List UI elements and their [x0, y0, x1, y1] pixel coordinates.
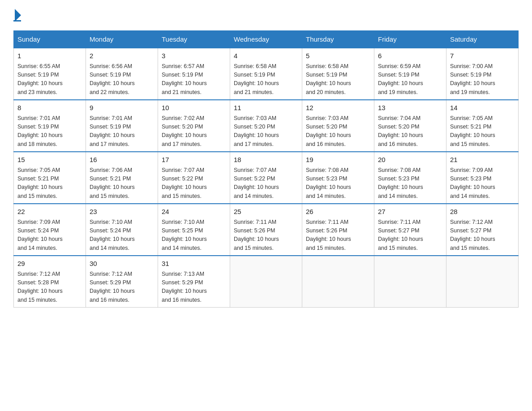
day-info: Sunrise: 7:11 AMSunset: 5:27 PMDaylight:… — [378, 218, 442, 253]
day-number: 21 — [450, 155, 515, 165]
calendar-cell: 4Sunrise: 6:58 AMSunset: 5:19 PMDaylight… — [230, 48, 302, 100]
col-header-sunday: Sunday — [14, 31, 86, 48]
calendar-cell — [374, 256, 446, 308]
day-number: 6 — [378, 51, 442, 61]
day-info: Sunrise: 7:03 AMSunset: 5:20 PMDaylight:… — [234, 114, 298, 149]
day-info: Sunrise: 6:57 AMSunset: 5:19 PMDaylight:… — [162, 62, 226, 97]
day-number: 18 — [234, 155, 298, 165]
calendar-week-row: 15Sunrise: 7:05 AMSunset: 5:21 PMDayligh… — [14, 152, 519, 204]
calendar-cell: 14Sunrise: 7:05 AMSunset: 5:21 PMDayligh… — [446, 100, 519, 152]
day-info: Sunrise: 7:08 AMSunset: 5:23 PMDaylight:… — [306, 166, 370, 201]
logo-underline — [13, 20, 21, 21]
day-info: Sunrise: 7:05 AMSunset: 5:21 PMDaylight:… — [450, 114, 515, 149]
day-number: 11 — [234, 103, 298, 113]
calendar-cell: 10Sunrise: 7:02 AMSunset: 5:20 PMDayligh… — [158, 100, 230, 152]
calendar-week-row: 29Sunrise: 7:12 AMSunset: 5:28 PMDayligh… — [14, 256, 519, 308]
calendar-cell: 7Sunrise: 7:00 AMSunset: 5:19 PMDaylight… — [446, 48, 519, 100]
day-info: Sunrise: 7:06 AMSunset: 5:21 PMDaylight:… — [90, 166, 154, 201]
day-info: Sunrise: 6:56 AMSunset: 5:19 PMDaylight:… — [90, 62, 154, 97]
day-info: Sunrise: 7:08 AMSunset: 5:23 PMDaylight:… — [378, 166, 442, 201]
day-info: Sunrise: 7:13 AMSunset: 5:29 PMDaylight:… — [162, 270, 226, 305]
day-info: Sunrise: 7:11 AMSunset: 5:26 PMDaylight:… — [234, 218, 298, 253]
calendar-cell: 6Sunrise: 6:59 AMSunset: 5:19 PMDaylight… — [374, 48, 446, 100]
calendar-cell: 30Sunrise: 7:12 AMSunset: 5:29 PMDayligh… — [86, 256, 158, 308]
calendar-cell — [302, 256, 374, 308]
day-number: 10 — [162, 103, 226, 113]
calendar-cell: 2Sunrise: 6:56 AMSunset: 5:19 PMDaylight… — [86, 48, 158, 100]
calendar-cell: 31Sunrise: 7:13 AMSunset: 5:29 PMDayligh… — [158, 256, 230, 308]
calendar-cell: 9Sunrise: 7:01 AMSunset: 5:19 PMDaylight… — [86, 100, 158, 152]
calendar-cell: 16Sunrise: 7:06 AMSunset: 5:21 PMDayligh… — [86, 152, 158, 204]
day-number: 22 — [17, 207, 82, 217]
day-number: 7 — [450, 51, 515, 61]
calendar-week-row: 22Sunrise: 7:09 AMSunset: 5:24 PMDayligh… — [14, 204, 519, 256]
day-number: 1 — [17, 51, 82, 61]
calendar-table: SundayMondayTuesdayWednesdayThursdayFrid… — [13, 30, 519, 308]
day-number: 3 — [162, 51, 226, 61]
day-number: 26 — [306, 207, 370, 217]
col-header-tuesday: Tuesday — [158, 31, 230, 48]
day-number: 24 — [162, 207, 226, 217]
calendar-cell: 8Sunrise: 7:01 AMSunset: 5:19 PMDaylight… — [14, 100, 86, 152]
day-number: 29 — [17, 259, 82, 269]
day-number: 8 — [17, 103, 82, 113]
day-info: Sunrise: 7:04 AMSunset: 5:20 PMDaylight:… — [378, 114, 442, 149]
day-info: Sunrise: 7:01 AMSunset: 5:19 PMDaylight:… — [90, 114, 154, 149]
calendar-header-row: SundayMondayTuesdayWednesdayThursdayFrid… — [14, 31, 519, 48]
calendar-cell: 23Sunrise: 7:10 AMSunset: 5:24 PMDayligh… — [86, 204, 158, 256]
day-number: 13 — [378, 103, 442, 113]
day-number: 16 — [90, 155, 154, 165]
day-number: 31 — [162, 259, 226, 269]
day-info: Sunrise: 7:00 AMSunset: 5:19 PMDaylight:… — [450, 62, 515, 97]
logo — [13, 9, 21, 21]
calendar-cell: 3Sunrise: 6:57 AMSunset: 5:19 PMDaylight… — [158, 48, 230, 100]
day-info: Sunrise: 6:59 AMSunset: 5:19 PMDaylight:… — [378, 62, 442, 97]
day-number: 27 — [378, 207, 442, 217]
calendar-cell: 27Sunrise: 7:11 AMSunset: 5:27 PMDayligh… — [374, 204, 446, 256]
day-info: Sunrise: 7:12 AMSunset: 5:28 PMDaylight:… — [17, 270, 82, 305]
calendar-cell — [446, 256, 519, 308]
logo-triangle-icon — [15, 9, 21, 21]
day-number: 25 — [234, 207, 298, 217]
calendar-cell: 20Sunrise: 7:08 AMSunset: 5:23 PMDayligh… — [374, 152, 446, 204]
calendar-cell: 25Sunrise: 7:11 AMSunset: 5:26 PMDayligh… — [230, 204, 302, 256]
day-number: 17 — [162, 155, 226, 165]
calendar-cell: 12Sunrise: 7:03 AMSunset: 5:20 PMDayligh… — [302, 100, 374, 152]
day-number: 20 — [378, 155, 442, 165]
day-info: Sunrise: 7:10 AMSunset: 5:24 PMDaylight:… — [90, 218, 154, 253]
calendar-cell: 1Sunrise: 6:55 AMSunset: 5:19 PMDaylight… — [14, 48, 86, 100]
calendar-cell: 13Sunrise: 7:04 AMSunset: 5:20 PMDayligh… — [374, 100, 446, 152]
day-info: Sunrise: 7:09 AMSunset: 5:24 PMDaylight:… — [17, 218, 82, 253]
day-number: 5 — [306, 51, 370, 61]
calendar-cell: 15Sunrise: 7:05 AMSunset: 5:21 PMDayligh… — [14, 152, 86, 204]
day-info: Sunrise: 7:12 AMSunset: 5:29 PMDaylight:… — [90, 270, 154, 305]
day-info: Sunrise: 7:02 AMSunset: 5:20 PMDaylight:… — [162, 114, 226, 149]
calendar-week-row: 1Sunrise: 6:55 AMSunset: 5:19 PMDaylight… — [14, 48, 519, 100]
day-info: Sunrise: 6:58 AMSunset: 5:19 PMDaylight:… — [234, 62, 298, 97]
day-number: 30 — [90, 259, 154, 269]
day-number: 14 — [450, 103, 515, 113]
col-header-thursday: Thursday — [302, 31, 374, 48]
calendar-cell: 5Sunrise: 6:58 AMSunset: 5:19 PMDaylight… — [302, 48, 374, 100]
day-info: Sunrise: 6:58 AMSunset: 5:19 PMDaylight:… — [306, 62, 370, 97]
day-number: 9 — [90, 103, 154, 113]
calendar-cell — [230, 256, 302, 308]
day-info: Sunrise: 7:03 AMSunset: 5:20 PMDaylight:… — [306, 114, 370, 149]
day-info: Sunrise: 7:09 AMSunset: 5:23 PMDaylight:… — [450, 166, 515, 201]
calendar-cell: 21Sunrise: 7:09 AMSunset: 5:23 PMDayligh… — [446, 152, 519, 204]
day-info: Sunrise: 7:05 AMSunset: 5:21 PMDaylight:… — [17, 166, 82, 201]
calendar-cell: 19Sunrise: 7:08 AMSunset: 5:23 PMDayligh… — [302, 152, 374, 204]
calendar-cell: 17Sunrise: 7:07 AMSunset: 5:22 PMDayligh… — [158, 152, 230, 204]
day-number: 28 — [450, 207, 515, 217]
calendar-cell: 22Sunrise: 7:09 AMSunset: 5:24 PMDayligh… — [14, 204, 86, 256]
day-info: Sunrise: 7:12 AMSunset: 5:27 PMDaylight:… — [450, 218, 515, 253]
day-info: Sunrise: 7:07 AMSunset: 5:22 PMDaylight:… — [162, 166, 226, 201]
calendar-cell: 28Sunrise: 7:12 AMSunset: 5:27 PMDayligh… — [446, 204, 519, 256]
day-info: Sunrise: 7:07 AMSunset: 5:22 PMDaylight:… — [234, 166, 298, 201]
col-header-friday: Friday — [374, 31, 446, 48]
calendar-cell: 24Sunrise: 7:10 AMSunset: 5:25 PMDayligh… — [158, 204, 230, 256]
day-number: 4 — [234, 51, 298, 61]
calendar-cell: 11Sunrise: 7:03 AMSunset: 5:20 PMDayligh… — [230, 100, 302, 152]
day-number: 23 — [90, 207, 154, 217]
day-info: Sunrise: 7:01 AMSunset: 5:19 PMDaylight:… — [17, 114, 82, 149]
